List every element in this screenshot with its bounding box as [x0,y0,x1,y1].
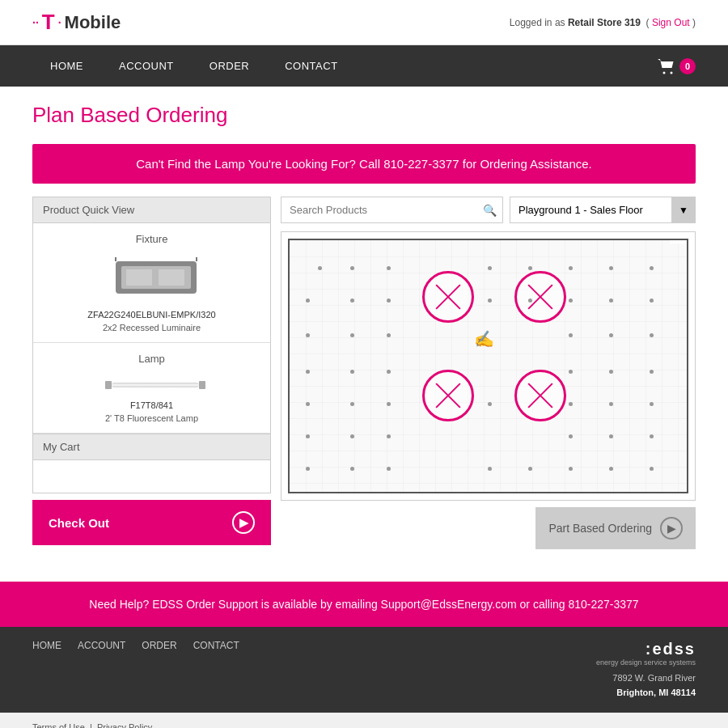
playground-select[interactable]: Playground 1 - Sales Floor [510,197,696,223]
svg-rect-12 [670,240,687,243]
dot-1 [318,266,322,270]
cart-empty [33,460,270,493]
dot-30 [350,402,354,406]
dot-47 [569,467,573,471]
fixture-label: Fixture [43,233,260,245]
dot-13 [528,298,532,303]
nav-account[interactable]: ACCOUNT [101,45,192,87]
floor-plan-grid [290,240,687,492]
dot-18 [350,333,354,337]
dot-46 [528,467,532,471]
left-panel: Product Quick View Fixture [32,197,271,545]
terms-link[interactable]: Terms of Use [32,722,85,728]
lamp-section: Lamp [33,343,270,434]
footer-home[interactable]: HOME [32,640,61,651]
fixture-name: 2x2 Recessed Luminaire [43,323,260,332]
checkout-label: Check Out [49,516,109,530]
fixture-circle-3[interactable] [422,370,474,421]
legal-bar: Terms of Use | Privacy Policy Copyright … [0,713,728,728]
dot-15 [609,298,613,303]
login-text: Logged in as [510,17,565,28]
fixture-section: Fixture ZFA22G240ELBUNI-EMPK/I320 2x2 Re… [33,223,270,343]
footer-account[interactable]: ACCOUNT [78,640,125,651]
nav-home[interactable]: HOME [32,45,101,87]
lamp-label: Lamp [43,353,260,365]
lamp-image [104,373,201,389]
search-input[interactable] [281,197,503,223]
edss-address: 7892 W. Grand River Brighton, MI 48114 [596,671,696,700]
dot-34 [609,402,613,406]
fixture-circle-4[interactable] [514,370,566,421]
logo: ·· T · Mobile [32,10,121,35]
lamp-code: F17T8/841 [43,400,260,410]
cart-icon [657,58,676,74]
svg-point-1 [671,71,673,74]
dot-22 [650,333,654,337]
dot-6 [569,266,573,270]
search-and-dropdown: 🔍 Playground 1 - Sales Floor ▼ [281,197,696,223]
dot-31 [387,402,391,406]
privacy-link[interactable]: Privacy Policy [97,722,152,728]
dot-5 [528,266,532,270]
checkout-button[interactable]: Check Out ▶ [32,500,271,545]
my-cart-header: My Cart [33,434,270,460]
nav-contact[interactable]: CONTACT [267,45,355,87]
logo-separator: · [58,16,61,29]
dot-44 [387,467,391,471]
dot-43 [350,467,354,471]
legal-links: Terms of Use | Privacy Policy [32,722,696,728]
dot-28 [650,370,654,374]
floor-plan-inner[interactable]: ✍ [288,239,688,493]
dot-36 [306,434,310,438]
part-based-arrow-icon: ▶ [660,517,683,540]
dot-24 [350,370,354,374]
dot-33 [569,402,573,406]
top-bar: ·· T · Mobile Logged in as Retail Store … [0,0,728,45]
nav-order[interactable]: ORDER [192,45,267,87]
dot-19 [387,333,391,337]
fixture-svg [112,253,201,302]
dot-40 [609,434,613,438]
edss-address-line2: Brighton, MI 48114 [616,688,696,697]
cart-count: 0 [679,58,696,74]
dot-37 [350,434,354,438]
sign-out-link[interactable]: Sign Out [652,17,690,28]
dot-4 [488,266,492,270]
footer-contact[interactable]: CONTACT [193,640,239,651]
footer-order[interactable]: ORDER [142,640,176,651]
svg-rect-9 [112,383,199,387]
part-based-ordering-area: Part Based Ordering ▶ [281,507,696,549]
dot-35 [650,402,654,406]
dot-7 [609,266,613,270]
dot-8 [650,266,654,270]
fixture-circle-2[interactable] [514,271,566,323]
dot-48 [609,467,613,471]
checkout-arrow-icon: ▶ [232,511,255,534]
svg-rect-5 [159,269,184,286]
logo-mobile: Mobile [65,12,121,33]
dot-42 [306,467,310,471]
dot-32 [488,402,492,406]
search-icon: 🔍 [483,204,497,217]
dot-20 [569,333,573,337]
dot-29 [306,402,310,406]
svg-rect-10 [199,381,205,389]
dot-26 [569,370,573,374]
lamp-svg [104,373,209,397]
part-based-ordering-button[interactable]: Part Based Ordering ▶ [535,507,696,549]
playground-dropdown[interactable]: Playground 1 - Sales Floor ▼ [510,197,696,223]
promo-banner: Can't Find the Lamp You're Looking For? … [32,144,696,184]
pqv-header: Product Quick View [33,197,270,223]
dot-17 [306,333,310,337]
dot-27 [609,370,613,374]
fixture-circle-1[interactable] [422,271,474,323]
cart-icon-area[interactable]: 0 [657,58,696,74]
dot-25 [387,370,391,374]
dot-2 [350,266,354,270]
footer-banner: Need Help? EDSS Order Support is availab… [0,582,728,627]
edss-brand: :edss [596,640,696,658]
nav-links: HOME ACCOUNT ORDER CONTACT [32,45,356,87]
dot-16 [650,298,654,303]
lamp-name: 2' T8 Fluorescent Lamp [43,413,260,423]
dot-11 [387,298,391,303]
